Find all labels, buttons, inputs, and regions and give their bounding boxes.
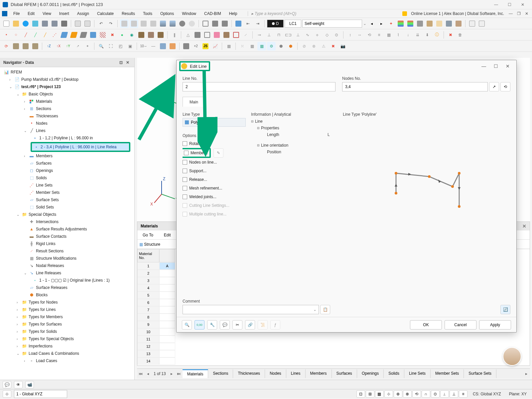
cbox-2-icon[interactable] [435, 19, 444, 28]
arrow-left-icon[interactable]: ⇤ [244, 19, 252, 28]
minimize-button[interactable]: — [489, 0, 503, 9]
clip-icon[interactable]: ▣ [126, 42, 134, 51]
support-2-icon[interactable] [193, 31, 202, 39]
solid-1-icon[interactable] [89, 31, 97, 39]
bottom-tab[interactable]: Openings [357, 369, 384, 378]
lines-red-icon[interactable]: ╱ [21, 31, 30, 39]
tree-nr[interactable]: ↘Nodal Releases [1, 262, 134, 269]
tree-special[interactable]: ⌄📁Special Objects [1, 211, 134, 218]
gap-icon[interactable]: ⊏⊐ [284, 31, 293, 39]
loadar-icon[interactable]: ⬇ [423, 31, 432, 39]
roller-icon[interactable]: ◇ [323, 31, 331, 39]
beam-brown-icon[interactable] [222, 31, 231, 39]
info-tree[interactable]: ⊟Line ⊟Properties LengthL ⊟Line orientat… [251, 118, 337, 155]
snap-9-icon[interactable]: ⊙ [431, 390, 440, 398]
frame-sup-icon[interactable]: ⊓ [274, 31, 283, 39]
comment-combo[interactable]: ⌄ [183, 305, 319, 314]
hinge-dot-icon[interactable]: ⊙ [332, 31, 341, 39]
axis-y-icon[interactable]: ↑Y [64, 42, 72, 51]
tree-sc[interactable]: ▬Surface Contacts [1, 233, 134, 240]
bottom-tab[interactable]: Lines [286, 369, 306, 378]
tree-imperfections[interactable]: ›📁Imperfections [1, 342, 134, 350]
cbox-4-icon[interactable] [454, 19, 463, 28]
tree-surfaces[interactable]: ▱Surfaces [1, 160, 134, 167]
dialog-maximize[interactable]: ☐ [490, 62, 502, 71]
bottom-tab[interactable]: Materials [183, 369, 208, 378]
tree-intersections[interactable]: ✚Intersections [1, 218, 134, 225]
tree-types-nodes[interactable]: ›📁Types for Nodes [1, 299, 134, 306]
opt-member[interactable]: Member... [184, 149, 208, 157]
cloud-icon[interactable] [21, 19, 30, 28]
close-panel-icon[interactable]: ✕ [124, 60, 131, 65]
star-icon[interactable]: ✦ [387, 19, 395, 28]
tree-srel[interactable]: ▱Surface Releases [1, 284, 134, 291]
bottom-tab[interactable]: Thicknesses [233, 369, 265, 378]
filter-off-icon[interactable]: ⊘ [300, 42, 309, 51]
axis-xy-icon[interactable]: ↗ [73, 42, 82, 51]
lines-orange-icon[interactable]: ╱ [41, 31, 49, 39]
snap-12-icon[interactable]: ≡ [459, 390, 467, 398]
render-2-icon[interactable] [188, 19, 196, 28]
shade-1-icon[interactable] [159, 19, 167, 28]
snap-4-icon[interactable]: ⊹ [384, 390, 393, 398]
tree-loadcases[interactable]: ›▫Load Cases [1, 357, 134, 364]
delete-ent-icon[interactable]: ✖ [446, 31, 455, 39]
undo-icon[interactable]: ↶ [97, 19, 105, 28]
red-x-icon[interactable]: ✖ [108, 31, 117, 39]
palette-2-icon[interactable] [406, 19, 415, 28]
refresh-icon[interactable]: ⟳ [2, 42, 11, 51]
chart-line-icon[interactable]: 📈 [211, 42, 219, 51]
tree-lrel[interactable]: ⌄↘Line Releases [1, 269, 134, 277]
cube-1-icon[interactable] [12, 42, 20, 51]
tree-types-surfaces[interactable]: ›📁Types for Surfaces [1, 321, 134, 328]
dialog-close[interactable]: ✕ [502, 62, 514, 71]
opt-nodesonline[interactable]: Nodes on line... [183, 158, 246, 167]
paste-icon[interactable] [83, 19, 92, 28]
comment-clip-icon[interactable]: 📋 [320, 305, 330, 314]
camera-icon[interactable]: 📷 [338, 42, 347, 51]
x2-icon[interactable]: ×2 [192, 42, 200, 51]
tree-types-special[interactable]: ›📁Types for Special Objects [1, 335, 134, 342]
solid-tex-icon[interactable] [98, 31, 107, 39]
tree-rl[interactable]: ╫Rigid Links [1, 240, 134, 247]
tree-types-lines[interactable]: ›📁Types for Lines [1, 306, 134, 313]
frame-icon[interactable] [201, 19, 210, 28]
materials-goto[interactable]: Go To [139, 232, 157, 238]
units-icon[interactable]: 0,00 [195, 320, 204, 330]
status-eye-icon[interactable]: 👁 [14, 381, 23, 388]
tree-linesets[interactable]: ⋰Line Sets [1, 182, 134, 189]
axis-iso-icon[interactable]: ✦ [83, 42, 92, 51]
menu-edit[interactable]: Edit [24, 10, 39, 17]
brown-3-icon[interactable] [156, 31, 165, 39]
bottom-tab[interactable]: Member Sets [431, 369, 464, 378]
tree-thicknesses[interactable]: ▬Thicknesses [1, 112, 134, 120]
surf-shade-icon[interactable] [159, 42, 167, 51]
member-edit-icon[interactable]: ✎ [213, 148, 223, 158]
layout-2-icon[interactable] [130, 19, 138, 28]
tree-lrel-1[interactable]: ▪1 - 1 - ▢▢▢ ☑ | Original line (Lines : … [1, 277, 134, 284]
snap-10-icon[interactable]: ⟂ [440, 390, 449, 398]
teal-circle-icon[interactable]: ◉ [127, 31, 136, 39]
reverse-nodes-icon[interactable]: ⟲ [500, 82, 510, 91]
menu-assign[interactable]: Assign [73, 10, 93, 17]
surf-3-icon[interactable] [79, 31, 88, 39]
tab-next-icon[interactable]: ▸ [168, 371, 175, 376]
opt-mesh[interactable]: Mesh refinement... [183, 184, 246, 193]
snap-5-icon[interactable]: ⊕ [394, 390, 402, 398]
snap-11-icon[interactable]: ⊥ [450, 390, 458, 398]
ok-button[interactable]: OK [410, 320, 442, 330]
loadcase-code[interactable]: LC1 [285, 20, 301, 28]
tree-solids[interactable]: ⬚Solids [1, 174, 134, 182]
status-comment-icon[interactable]: 💬 [3, 381, 11, 388]
material-row[interactable]: 11 [137, 335, 530, 343]
snap-2-icon[interactable]: ⊞ [366, 390, 374, 398]
opt-release[interactable]: Release... [183, 175, 246, 184]
spring-icon[interactable]: ⟡ [313, 31, 322, 39]
menu-view[interactable]: View [39, 10, 55, 17]
rel-horiz-icon[interactable]: ↔ [355, 31, 364, 39]
print-icon[interactable] [60, 19, 68, 28]
bottom-tab[interactable]: Line Sets [404, 369, 431, 378]
menu-options[interactable]: Options [156, 10, 178, 17]
menu-calculate[interactable]: Calculate [93, 10, 118, 17]
tree-rs[interactable]: ⟋Result Sections [1, 247, 134, 255]
